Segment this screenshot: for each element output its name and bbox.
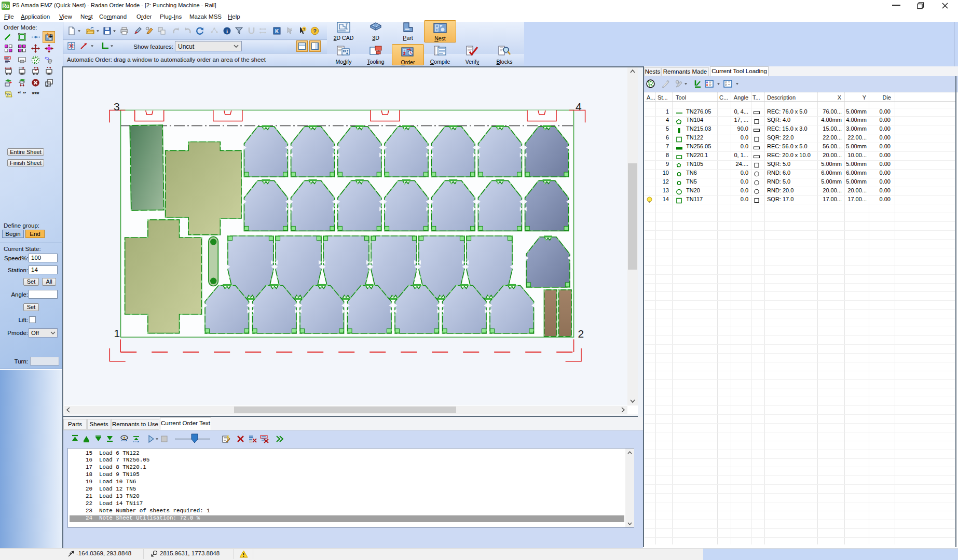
svg-text:4: 4 — [576, 101, 582, 113]
svg-text:?: ? — [313, 28, 317, 34]
svg-text:1: 1 — [114, 327, 120, 339]
svg-text:?: ? — [303, 27, 306, 32]
svg-text:“ ”: “ ” — [18, 90, 26, 97]
svg-text:K: K — [275, 29, 279, 34]
svg-text:***: *** — [32, 91, 39, 98]
svg-text:i: i — [226, 28, 228, 34]
svg-text:3: 3 — [114, 101, 120, 113]
svg-text:2: 2 — [578, 328, 584, 340]
